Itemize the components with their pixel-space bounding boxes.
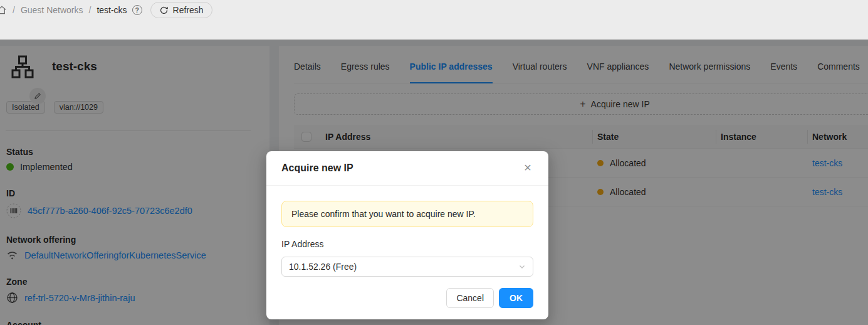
ip-address-select-value: 10.1.52.26 (Free) [289, 262, 357, 272]
breadcrumb-guest-networks[interactable]: Guest Networks [21, 5, 83, 15]
confirm-alert-text: Please confirm that you want to acquire … [291, 209, 476, 219]
top-bar: / Guest Networks / test-cks ? Refresh [0, 0, 868, 40]
modal-body: Please confirm that you want to acquire … [266, 186, 548, 319]
modal-header: Acquire new IP ✕ [266, 151, 548, 186]
breadcrumb-current-network: test-cks [97, 5, 127, 15]
close-icon[interactable]: ✕ [520, 160, 536, 176]
ip-address-field-label: IP Address [281, 237, 533, 251]
ok-button[interactable]: OK [499, 288, 533, 308]
breadcrumb-separator: / [88, 5, 91, 15]
breadcrumb-separator: / [13, 5, 15, 15]
chevron-down-icon [518, 263, 526, 270]
reload-icon [159, 6, 169, 15]
cancel-button[interactable]: Cancel [446, 288, 494, 308]
modal-footer: Cancel OK [281, 288, 533, 308]
acquire-new-ip-modal: Acquire new IP ✕ Please confirm that you… [266, 151, 548, 319]
help-icon[interactable]: ? [132, 5, 142, 15]
confirm-alert: Please confirm that you want to acquire … [281, 201, 533, 227]
refresh-label: Refresh [173, 5, 204, 15]
cloudstack-network-page: / Guest Networks / test-cks ? Refresh [0, 0, 868, 325]
refresh-button[interactable]: Refresh [150, 2, 212, 18]
home-icon[interactable] [0, 5, 7, 15]
ip-address-select[interactable]: 10.1.52.26 (Free) [281, 257, 533, 277]
breadcrumb: / Guest Networks / test-cks ? Refresh [0, 0, 868, 20]
modal-title: Acquire new IP [281, 161, 533, 175]
